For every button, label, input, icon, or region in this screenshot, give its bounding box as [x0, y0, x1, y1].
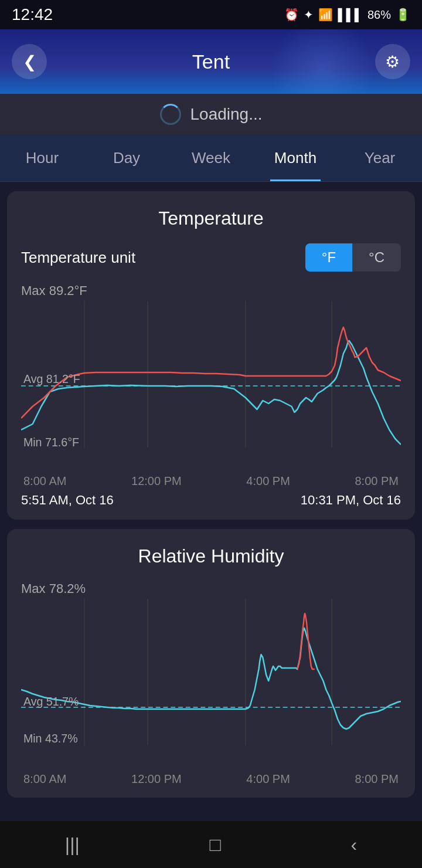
time-tabs: Hour Day Week Month Year [0, 135, 422, 182]
nav-recent-button[interactable]: ||| [65, 834, 80, 856]
app-header: ❮ Tent ⚙ [0, 29, 422, 94]
settings-icon: ⚙ [385, 52, 400, 72]
wifi-icon: 📶 [318, 8, 333, 22]
page-title: Tent [192, 50, 230, 73]
loading-bar: Loading... [0, 94, 422, 135]
humidity-chart: Max 78.2% Avg 51.7% Min 43.7% 8:00 AM [21, 581, 401, 786]
tab-week[interactable]: Week [169, 135, 253, 181]
unit-toggle[interactable]: °F °C [305, 243, 401, 272]
nav-home-button[interactable]: □ [209, 834, 220, 856]
temp-time-labels: 8:00 AM 12:00 PM 4:00 PM 8:00 PM [21, 471, 401, 488]
content-area: Temperature Temperature unit °F °C Max 8… [0, 191, 422, 860]
svg-text:Min 71.6°F: Min 71.6°F [23, 436, 79, 449]
humidity-time-4: 8:00 PM [355, 772, 399, 786]
unit-label: Temperature unit [21, 249, 135, 267]
battery-icon: 🔋 [396, 8, 410, 22]
svg-text:Avg 81.2°F: Avg 81.2°F [23, 372, 80, 385]
temp-chart-svg: Avg 81.2°F Min 71.6°F [21, 301, 401, 471]
temperature-title: Temperature [21, 208, 401, 229]
unit-row: Temperature unit °F °C [21, 243, 401, 272]
celsius-button[interactable]: °C [352, 243, 401, 272]
temp-time-1: 8:00 AM [23, 474, 66, 488]
status-time: 12:42 [12, 5, 53, 24]
back-button[interactable]: ❮ [12, 44, 47, 79]
temp-end-time: 10:31 PM, Oct 16 [301, 493, 401, 508]
temp-time-2: 12:00 PM [131, 474, 182, 488]
humidity-chart-svg: Avg 51.7% Min 43.7% [21, 599, 401, 769]
svg-text:Avg 51.7%: Avg 51.7% [23, 695, 79, 708]
temp-time-3: 4:00 PM [246, 474, 290, 488]
temperature-chart: Max 89.2°F Avg 81.2°F Min 71.6°F [21, 283, 401, 508]
back-icon: ❮ [23, 52, 36, 72]
loading-spinner [160, 104, 181, 125]
humidity-time-3: 4:00 PM [246, 772, 290, 786]
svg-text:Min 43.7%: Min 43.7% [23, 732, 78, 745]
humidity-time-labels: 8:00 AM 12:00 PM 4:00 PM 8:00 PM [21, 769, 401, 786]
temp-time-4: 8:00 PM [355, 474, 399, 488]
status-icons: ⏰ ✦ 📶 ▌▌▌ 86% 🔋 [284, 8, 410, 22]
bluetooth-icon: ✦ [304, 8, 314, 22]
tab-hour[interactable]: Hour [0, 135, 84, 181]
tab-year[interactable]: Year [338, 135, 422, 181]
temperature-section: Temperature Temperature unit °F °C Max 8… [7, 191, 415, 520]
humidity-section: Relative Humidity Max 78.2% Avg 51.7% Mi… [7, 529, 415, 798]
humidity-time-1: 8:00 AM [23, 772, 66, 786]
tab-day[interactable]: Day [84, 135, 169, 181]
temp-max-label: Max 89.2°F [21, 283, 401, 299]
tab-month[interactable]: Month [253, 135, 338, 181]
nav-bar: ||| □ ‹ [0, 821, 422, 868]
humidity-time-2: 12:00 PM [131, 772, 182, 786]
nav-back-button[interactable]: ‹ [350, 834, 357, 856]
settings-button[interactable]: ⚙ [375, 44, 410, 79]
fahrenheit-button[interactable]: °F [305, 243, 352, 272]
temp-start-time: 5:51 AM, Oct 16 [21, 493, 114, 508]
signal-icon: ▌▌▌ [338, 8, 363, 22]
battery-percent: 86% [367, 8, 391, 22]
humidity-title: Relative Humidity [21, 545, 401, 567]
status-bar: 12:42 ⏰ ✦ 📶 ▌▌▌ 86% 🔋 [0, 0, 422, 29]
alarm-icon: ⏰ [284, 8, 299, 22]
temp-range-row: 5:51 AM, Oct 16 10:31 PM, Oct 16 [21, 493, 401, 508]
humidity-max-label: Max 78.2% [21, 581, 401, 596]
loading-text: Loading... [190, 105, 263, 124]
